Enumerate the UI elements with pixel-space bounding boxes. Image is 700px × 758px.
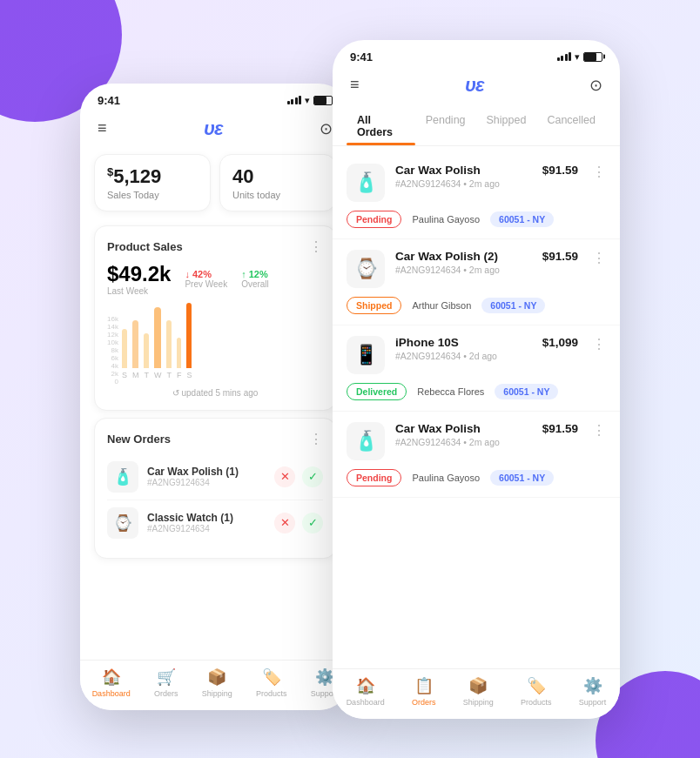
nav-icon-support: ⚙️: [315, 667, 334, 687]
nav-item-left-shipping[interactable]: 📦 Shipping: [202, 667, 232, 698]
product-sales-title: Product Sales: [107, 240, 183, 253]
camera-icon[interactable]: ⊙: [320, 119, 333, 138]
order-card-menu-2[interactable]: ⋮: [589, 336, 606, 352]
order-id-0: #A2NG9124634: [147, 478, 266, 487]
bottom-nav-left: 🏠 Dashboard 🛒 Orders 📦 Shipping 🏷️ Produ…: [80, 660, 350, 710]
new-orders-menu[interactable]: ⋮: [309, 431, 323, 447]
tab-shipped[interactable]: Shipped: [476, 107, 537, 145]
bottom-nav-right: 🏠 Dashboard 📋 Orders 📦 Shipping 🏷️ Produ…: [333, 668, 620, 719]
tab-all-orders[interactable]: All Orders: [347, 107, 415, 145]
order-card-price-0: $91.59: [542, 164, 578, 177]
bar-5: [177, 338, 182, 368]
status-badge-1: Shipped: [347, 297, 401, 314]
nav-item-right-dashboard[interactable]: 🏠 Dashboard: [347, 676, 385, 707]
chart-sub-label: Last Week: [107, 286, 171, 296]
y-axis-labels: 16k 14k 12k 10k 8k 6k 4k 2k 0: [107, 315, 118, 385]
person-tag-2: Rebecca Flores: [414, 386, 488, 397]
status-badge-2: Delivered: [347, 383, 407, 400]
nav-label-orders: Orders: [154, 689, 178, 698]
signal-icon: [287, 96, 302, 104]
nav-icon-right-dashboard: 🏠: [356, 676, 375, 695]
location-tag-2: 60051 - NY: [495, 384, 558, 399]
nav-icon-orders: 🛒: [157, 667, 176, 687]
left-phone: 9:41 ▾ ≡ υε ⊙: [80, 84, 350, 710]
menu-icon[interactable]: ≡: [98, 119, 107, 138]
order-card-name-2: iPhone 10S: [395, 336, 532, 349]
overall-label: Overall: [241, 279, 269, 289]
nav-item-left-dashboard[interactable]: 🏠 Dashboard: [92, 667, 131, 698]
order-card-name-3: Car Wax Polish: [395, 422, 532, 435]
order-card-0: 🧴 Car Wax Polish #A2NG9124634 • 2m ago $…: [333, 153, 620, 239]
location-tag-1: 60051 - NY: [481, 298, 545, 313]
tab-pending[interactable]: Pending: [415, 107, 476, 145]
order-card-1: ⌚ Car Wax Polish (2) #A2NG9124634 • 2m a…: [333, 239, 620, 325]
order-card-menu-3[interactable]: ⋮: [589, 422, 606, 439]
nav-icon-shipping: 📦: [207, 667, 226, 687]
nav-item-left-orders[interactable]: 🛒 Orders: [154, 667, 178, 698]
status-icons-right: ▾: [557, 51, 603, 63]
reject-button-0[interactable]: ✕: [274, 466, 295, 487]
order-card-id-1: #A2NG9124634 • 2m ago: [395, 265, 532, 275]
nav-item-right-support[interactable]: ⚙️ Support: [579, 676, 607, 707]
bar-group-F: F: [177, 338, 182, 379]
units-amount: 40: [232, 165, 323, 188]
chart-update-text: ↺ updated 5 mins ago: [107, 388, 323, 398]
order-img-2: 📱: [347, 336, 385, 374]
new-orders-card: New Orders ⋮ 🧴 Car Wax Polish (1) #A2NG9…: [94, 418, 336, 559]
nav-label-right-orders: Orders: [412, 698, 436, 707]
location-tag-0: 60051 - NY: [490, 211, 554, 227]
battery-icon-right: [583, 52, 602, 62]
sales-amount: $5,129: [107, 165, 198, 188]
menu-icon-right[interactable]: ≡: [350, 76, 360, 94]
order-card-id-0: #A2NG9124634 • 2m ago: [395, 178, 532, 189]
bar-6: [186, 303, 192, 368]
order-card-id-2: #A2NG9124634 • 2d ago: [395, 351, 532, 361]
stat-units: 40 Units today: [219, 154, 336, 211]
nav-icon-products: 🏷️: [262, 667, 281, 687]
status-icons-left: ▾: [287, 95, 333, 106]
chart-main-value: $49.2k: [107, 262, 171, 286]
bar-2: [144, 333, 149, 368]
nav-item-left-products[interactable]: 🏷️ Products: [256, 667, 287, 698]
wifi-icon: ▾: [305, 95, 310, 106]
accept-button-0[interactable]: ✓: [302, 466, 323, 487]
bar-1: [132, 320, 139, 368]
order-id-1: #A2NG9124634: [147, 524, 266, 533]
person-tag-3: Paulina Gayoso: [408, 473, 483, 483]
order-actions-0: ✕ ✓: [274, 466, 323, 487]
camera-icon-right[interactable]: ⊙: [589, 76, 602, 95]
order-item-0: 🧴 Car Wax Polish (1) #A2NG9124634 ✕ ✓: [107, 454, 323, 500]
stats-row: $5,129 Sales Today 40 Units today: [80, 147, 350, 218]
stat-sales: $5,129 Sales Today: [94, 154, 211, 211]
sales-label: Sales Today: [107, 190, 198, 200]
nav-item-right-orders[interactable]: 📋 Orders: [412, 676, 436, 707]
order-img-1: ⌚: [347, 250, 385, 288]
nav-icon-right-support: ⚙️: [583, 676, 602, 695]
orders-list: 🧴 Car Wax Polish #A2NG9124634 • 2m ago $…: [333, 146, 620, 505]
order-card-price-1: $91.59: [542, 250, 578, 263]
order-card-menu-1[interactable]: ⋮: [589, 250, 606, 266]
bar-3: [154, 307, 162, 368]
bar-group-S: S: [186, 303, 192, 379]
wifi-icon-right: ▾: [575, 51, 580, 63]
status-bar-right: 9:41 ▾: [333, 40, 620, 67]
reject-button-1[interactable]: ✕: [274, 513, 295, 533]
nav-bar-right: ≡ υε ⊙: [333, 67, 620, 104]
time-left: 9:41: [98, 94, 120, 107]
order-thumb-0: 🧴: [107, 461, 138, 493]
order-card-name-1: Car Wax Polish (2): [395, 250, 532, 263]
logo-left: υε: [204, 117, 223, 140]
product-sales-card: Product Sales ⋮ $49.2k Last Week ↓ 42% P…: [94, 225, 336, 411]
nav-item-right-products[interactable]: 🏷️ Products: [521, 676, 552, 707]
prev-week-badge: ↓ 42%: [185, 269, 227, 279]
accept-button-1[interactable]: ✓: [302, 513, 323, 533]
nav-item-right-shipping[interactable]: 📦 Shipping: [463, 676, 494, 707]
phones-container: 9:41 ▾ ≡ υε ⊙: [80, 40, 620, 719]
status-badge-3: Pending: [347, 469, 401, 486]
tab-cancelled[interactable]: Cancelled: [536, 107, 606, 145]
person-tag-1: Arthur Gibson: [408, 300, 475, 311]
nav-icon-right-orders: 📋: [414, 676, 434, 695]
order-card-menu-0[interactable]: ⋮: [589, 164, 606, 180]
product-sales-menu[interactable]: ⋮: [309, 238, 323, 255]
order-img-0: 🧴: [347, 164, 385, 202]
